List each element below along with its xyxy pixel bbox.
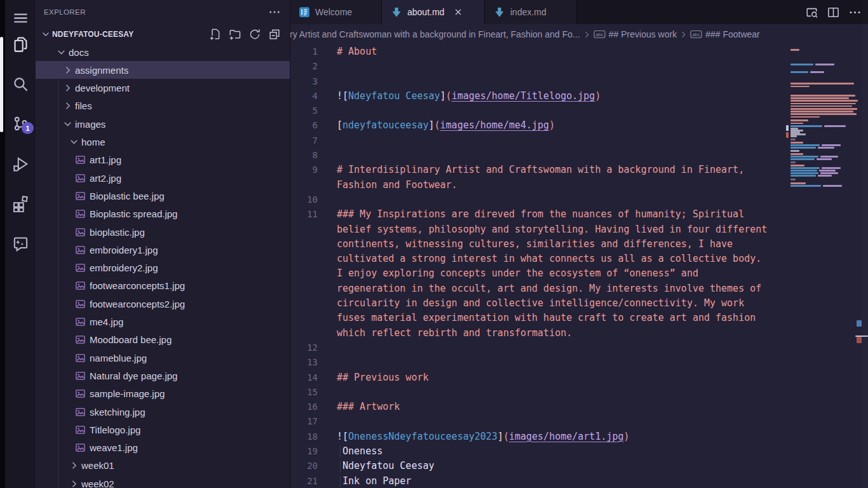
code-line-19[interactable]: 19 Oneness [290,444,785,459]
tree-file-titlelogo-jpg[interactable]: Titlelogo.jpg [36,421,290,438]
code-line-6[interactable]: 6[ndeyfatouceesay](images/home/me4.jpg) [290,118,785,133]
code-line-text [337,104,770,118]
code-line-15[interactable]: 15 [290,385,785,400]
minimap-line [790,116,820,118]
code-line-3[interactable]: 3 [290,74,785,89]
activity-explorer-icon[interactable] [5,30,36,58]
tree-file-art1-jpg[interactable]: art1.jpg [36,151,290,169]
tree-item-label: art2.jpg [90,173,121,184]
tree-item-label: docs [69,47,89,58]
code-line-14[interactable]: 14## Previous work [290,370,785,385]
code-line-18[interactable]: 18![OnenessNdeyfatouceesay2023](images/h… [290,430,785,444]
close-icon[interactable] [453,7,463,17]
code-line-12[interactable]: 12 [290,341,785,355]
code-line-7[interactable]: 7 [290,133,785,148]
code-line-11[interactable]: 11### My Inspirations are direved from t… [290,207,785,341]
tree-file-me4-jpg[interactable]: me4.jpg [36,313,290,331]
code-line-17[interactable]: 17 [290,414,785,429]
minimap-line [790,156,838,158]
tree-file-weave1-jpg[interactable]: weave1.jpg [36,439,290,457]
new-file-icon[interactable] [209,28,222,41]
tab-index-md[interactable]: index.md [485,0,577,24]
tree-item-label: sample-image.jpg [90,388,165,399]
code-line-16[interactable]: 16### Artwork [290,400,785,414]
tree-file-bioplastic-spread-jpg[interactable]: Bioplastic spread.jpg [36,205,290,223]
code-line-13[interactable]: 13 [290,355,785,370]
code-line-text: ![Ndeyfatou Ceesay](images/home/Titlelog… [337,89,770,104]
minimap-line [790,142,803,144]
line-number: 14 [290,370,318,385]
tree-file-bioplastic-bee-jpg[interactable]: Bioplastic bee.jpg [36,187,290,205]
breadcrumb-item[interactable]: abc### Footwear [690,29,760,39]
refresh-icon[interactable] [248,28,261,41]
minimap-line [790,108,857,110]
tree-item-label: embroidery1.jpg [90,245,158,255]
tree-file-embroidery1-jpg[interactable]: embroidery1.jpg [36,241,290,259]
tree-folder-files[interactable]: files [36,97,290,115]
tab-about-md[interactable]: about.md [382,0,485,24]
tree-file-embroidery2-jpg[interactable]: embroidery2.jpg [36,259,290,277]
split-editor-icon[interactable] [827,6,840,19]
activity-chat-icon[interactable] [5,229,36,257]
collapse-all-icon[interactable] [268,28,281,41]
activity-source-control-icon[interactable]: 1 [5,109,36,137]
tree-folder-development[interactable]: development [36,79,290,97]
explorer-more-actions-icon[interactable] [268,6,281,18]
code-line-8[interactable]: 8 [290,148,785,163]
sidebar-editor-divider[interactable] [290,0,290,488]
activity-menu-icon[interactable] [5,4,36,32]
tree-folder-week02[interactable]: week02 [36,475,290,488]
open-preview-side-icon[interactable] [805,6,818,19]
tree-file-sketching-jpg[interactable]: sketching.jpg [36,403,290,421]
image-file-icon [75,388,86,399]
minimap[interactable] [788,44,863,483]
tree-folder-docs[interactable]: docs [36,43,290,61]
minimap-gutter-decoration [786,125,789,131]
code-line-text [337,133,770,148]
tree-file-art2-jpg[interactable]: art2.jpg [36,169,290,187]
breadcrumb-item[interactable]: abc## Previous work [593,29,677,39]
image-file-icon [75,407,86,417]
code-line-1[interactable]: 1# About [290,44,785,59]
breadcrumb: ry Artist and Craftswoman with a backgro… [290,24,868,44]
tree-file-natural-dye-page-jpg[interactable]: Natural dye page.jpg [36,367,290,384]
line-number: 11 [290,207,318,222]
left-scrollbar-thumb[interactable] [0,37,3,132]
line-number: 17 [290,414,318,429]
overview-ruler-cursor-line [855,336,868,337]
code-line-21[interactable]: 21 Ink on Paper [290,474,785,488]
tab-label: index.md [510,7,546,17]
code-line-9[interactable]: 9# Interdisiplinary Artist and Craftswom… [290,163,785,193]
code-editor[interactable]: 1# About2 3 4![Ndeyfatou Ceesay](images/… [290,44,785,488]
tree-folder-images[interactable]: images [36,115,290,133]
image-file-icon [75,334,86,345]
minimap-line [790,113,857,115]
tree-file-moodboard-bee-jpg[interactable]: Moodboard bee.jpg [36,331,290,349]
overview-ruler-decoration [857,320,862,327]
code-line-10[interactable]: 10 [290,193,785,207]
tree-file-footwearconcepts2-jpg[interactable]: footwearconcepts2.jpg [36,295,290,313]
minimap-line [790,182,806,184]
tree-file-nameblue-jpg[interactable]: nameblue.jpg [36,349,290,367]
tree-file-footwearconcepts1-jpg[interactable]: footwearconcepts1.jpg [36,277,290,295]
minimap-line [790,179,796,180]
line-number: 9 [290,163,318,177]
tree-folder-week01[interactable]: week01 [36,457,290,475]
workspace-section-header[interactable]: NDEYFATOU-CEESAY [36,25,290,43]
code-line-2[interactable]: 2 [290,59,785,74]
breadcrumb-item[interactable]: ry Artist and Craftswoman with a backgro… [290,29,580,39]
chevron-down-icon [69,137,79,147]
code-line-4[interactable]: 4![Ndeyfatou Ceesay](images/home/Titlelo… [290,89,785,104]
activity-search-icon[interactable] [5,70,36,98]
tree-folder-assignments[interactable]: assignments [36,61,290,79]
activity-run-debug-icon[interactable] [5,150,36,178]
tab-welcome[interactable]: Welcome [290,0,382,24]
activity-extensions-icon[interactable] [5,189,36,217]
tree-file-sample-image-jpg[interactable]: sample-image.jpg [36,385,290,403]
new-folder-icon[interactable] [229,28,241,41]
code-line-5[interactable]: 5 [290,104,785,118]
tree-file-bioplastic-jpg[interactable]: bioplastic.jpg [36,223,290,241]
more-actions-icon[interactable] [848,6,862,19]
code-line-20[interactable]: 20 Ndeyfatou Ceesay [290,459,785,473]
tree-folder-home[interactable]: home [36,133,290,151]
